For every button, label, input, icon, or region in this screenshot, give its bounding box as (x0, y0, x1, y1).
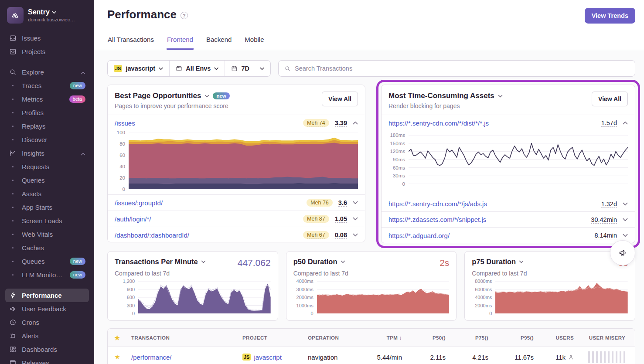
project-link[interactable]: javascript (254, 354, 281, 361)
sidebar-item-profiles[interactable]: Profiles (5, 106, 89, 119)
score-badge[interactable]: Meh 87 (303, 215, 329, 223)
tab-mobile[interactable]: Mobile (244, 32, 264, 50)
chevron-down-icon[interactable] (623, 202, 628, 206)
col-tpm[interactable]: TPM ↓ (355, 335, 406, 340)
p75-subtitle: Compared to last 7d (472, 270, 628, 277)
projects-icon (9, 48, 17, 55)
sidebar-item-queues[interactable]: Queues new (5, 255, 89, 268)
bpo-row-expanded: /issues Meh 74 3.39 (108, 115, 365, 131)
tpm-subtitle: Compared to last 7d (115, 270, 271, 277)
sidebar-item-app-starts[interactable]: App Starts (5, 201, 89, 214)
chevron-down-icon (52, 11, 56, 14)
p50-subtitle: Compared to last 7d (293, 270, 450, 277)
chevron-down-icon (519, 260, 524, 263)
chevron-down-icon[interactable] (623, 218, 628, 221)
sidebar-item-web-vitals[interactable]: Web Vitals (5, 228, 89, 241)
sidebar-item-queries[interactable]: Queries (5, 173, 89, 187)
col-p75[interactable]: P75() (450, 335, 493, 340)
tab-all-transactions[interactable]: All Transactions (107, 32, 154, 50)
col-p50[interactable]: P50() (406, 335, 450, 340)
sidebar-item-explore[interactable]: Explore (5, 65, 89, 79)
star-icon[interactable]: ★ (108, 334, 127, 342)
sidebar-item-discover[interactable]: Discover (5, 133, 89, 146)
megaphone-icon (9, 305, 17, 313)
bpo-chart: 100806040200 (108, 131, 365, 195)
col-p95[interactable]: P95() (493, 335, 538, 340)
opportunity-value: 0.08 (335, 231, 347, 239)
date-range-filter[interactable]: 7D (225, 61, 270, 76)
col-users[interactable]: USERS (538, 335, 578, 340)
chevron-down-icon[interactable] (353, 217, 358, 221)
collapse-chevron-icon[interactable] (81, 68, 85, 76)
p75-title[interactable]: p75 Duration (472, 258, 524, 266)
bpo-view-all-button[interactable]: View All (322, 92, 358, 106)
environment-filter[interactable]: All Envs (169, 61, 225, 76)
col-user-misery[interactable]: USER MISERY (578, 335, 635, 340)
sidebar-item-llm-monitoring[interactable]: LLM Monito… new (5, 268, 89, 282)
sidebar-item-user-feedback[interactable]: User Feedback (5, 302, 89, 316)
sidebar-item-screen-loads[interactable]: Screen Loads (5, 214, 89, 228)
sidebar-item-performance[interactable]: Performance (5, 289, 89, 302)
asset-link[interactable]: https://*.adguard.org/ (388, 232, 450, 239)
transaction-link[interactable]: /issues/:groupId/ (115, 199, 163, 207)
tpm-title[interactable]: Transactions Per Minute (115, 258, 206, 266)
bpo-title[interactable]: Best Page Opportunities new (115, 92, 230, 100)
sidebar-item-requests[interactable]: Requests (5, 160, 89, 173)
person-icon (568, 354, 574, 360)
view-trends-button[interactable]: View Trends (585, 8, 635, 24)
col-operation[interactable]: OPERATION (303, 335, 355, 340)
chevron-up-icon[interactable] (623, 121, 628, 125)
sidebar-item-traces[interactable]: Traces new (5, 79, 89, 92)
chevron-down-icon[interactable] (353, 233, 358, 237)
sidebar-item-crons[interactable]: Crons (5, 316, 89, 329)
most-time-consuming-assets-panel: Most Time-Consuming Assets Render blocki… (381, 85, 635, 243)
transaction-link[interactable]: /issues (115, 119, 135, 127)
chevron-down-icon (341, 260, 345, 263)
feedback-floating-button[interactable] (610, 240, 635, 265)
sidebar-item-metrics[interactable]: Metrics beta (5, 92, 89, 106)
transaction-link[interactable]: /auth/login/*/ (115, 215, 151, 223)
chevron-up-icon[interactable] (353, 121, 358, 125)
p50-value: 2s (440, 258, 449, 268)
javascript-logo-icon: JS (242, 354, 251, 361)
transaction-link[interactable]: /performance/ (131, 354, 172, 361)
tab-backend[interactable]: Backend (206, 32, 232, 50)
score-badge[interactable]: Meh 76 (307, 199, 333, 207)
search-bar[interactable] (278, 60, 635, 77)
search-input[interactable] (295, 65, 629, 72)
score-badge[interactable]: Meh 67 (303, 231, 329, 239)
assets-view-all-button[interactable]: View All (592, 92, 628, 106)
org-switcher[interactable]: Sentry dominik.buszowiec… (5, 6, 89, 31)
sidebar-item-insights[interactable]: Insights (5, 146, 89, 160)
sidebar-item-releases[interactable]: Releases (5, 356, 89, 364)
assets-title[interactable]: Most Time-Consuming Assets (388, 92, 503, 100)
box-icon (9, 359, 17, 364)
sidebar-item-replays[interactable]: Replays (5, 119, 89, 133)
col-transaction[interactable]: TRANSACTION (127, 335, 238, 340)
asset-link[interactable]: https://*.sentry-cdn.com/*/js/ads.js (388, 200, 487, 208)
col-project[interactable]: PROJECT (238, 335, 303, 340)
project-filter[interactable]: JS javascript (108, 61, 169, 76)
bullet-icon (9, 180, 17, 181)
help-icon[interactable]: ? (181, 12, 188, 19)
tab-frontend[interactable]: Frontend (167, 32, 194, 50)
score-badge[interactable]: Meh 74 (303, 119, 329, 127)
sidebar-item-issues[interactable]: Issues (5, 31, 89, 45)
transaction-link[interactable]: /dashboard/:dashboardId/ (115, 231, 189, 239)
collapse-chevron-icon[interactable] (81, 150, 85, 157)
sidebar: Sentry dominik.buszowiec… Issues Project… (0, 0, 94, 364)
sidebar-item-alerts[interactable]: Alerts (5, 329, 89, 343)
sidebar-item-projects[interactable]: Projects (5, 45, 89, 58)
bullet-icon (9, 220, 17, 221)
chevron-down-icon[interactable] (623, 234, 628, 237)
chevron-down-icon[interactable] (353, 201, 358, 204)
star-icon[interactable]: ★ (108, 353, 127, 361)
sentry-logo-icon (7, 7, 24, 24)
sidebar-item-assets[interactable]: Assets (5, 187, 89, 201)
sidebar-item-dashboards[interactable]: Dashboards (5, 343, 89, 356)
asset-row: https://*.sentry-cdn.com/*/js/ads.js 1.3… (382, 196, 635, 212)
p50-title[interactable]: p50 Duration (293, 258, 345, 266)
asset-link[interactable]: https://*.sentry-cdn.com/*/dist/*/*.js (388, 119, 489, 127)
sidebar-item-caches[interactable]: Caches (5, 241, 89, 255)
asset-link[interactable]: https://*.zdassets.com/*/snippet.js (388, 216, 486, 223)
